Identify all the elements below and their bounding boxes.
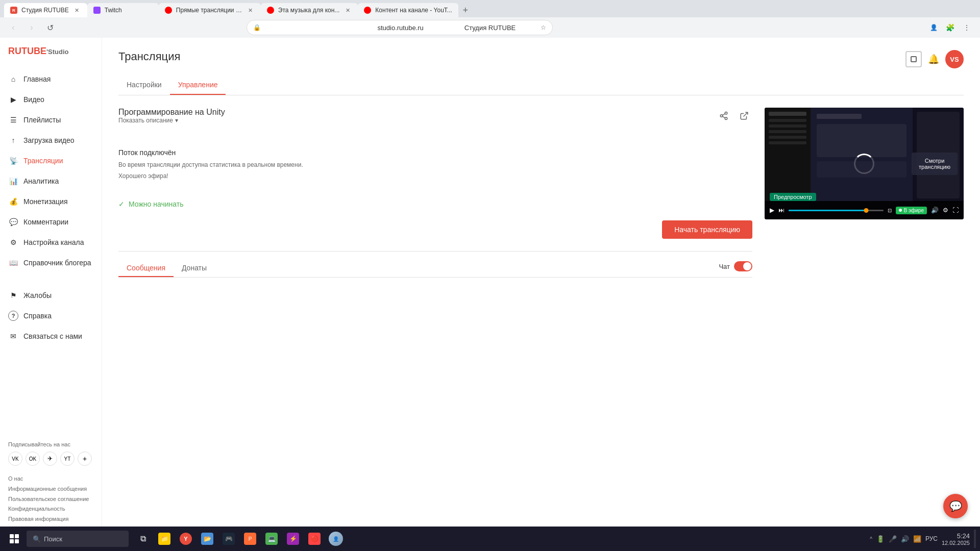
taskview-button[interactable]: ⧉ <box>133 529 153 549</box>
show-desc-text: Показать описание <box>118 117 173 124</box>
sidebar-item-help[interactable]: ? Справка <box>0 306 102 326</box>
sidebar-item-broadcasts[interactable]: 📡 Трансляции <box>0 151 102 171</box>
footer-link-legal[interactable]: Правовая информация <box>8 514 93 524</box>
footer-link-terms[interactable]: Пользовательское соглашение <box>8 494 93 505</box>
video-progress-dot <box>864 208 869 213</box>
start-button-taskbar[interactable] <box>4 529 24 549</box>
footer-link-about[interactable]: О нас <box>8 474 93 484</box>
content-area: Программирование на Unity Показать описа… <box>118 108 964 286</box>
tab-close-yt2[interactable]: ✕ <box>344 6 352 14</box>
toolbar-title: Студия RUTUBE <box>464 24 516 32</box>
watch-stream-button[interactable]: Смотритрансляцию <box>912 153 958 175</box>
new-tab-button[interactable]: + <box>458 3 473 17</box>
sidebar: RUTUBE'Studio ⌂ Главная ▶ Видео ☰ Плейли… <box>0 38 102 551</box>
video-settings-icon[interactable]: ⚙ <box>943 207 948 214</box>
sidebar-item-playlists[interactable]: ☰ Плейлисты <box>0 110 102 130</box>
sidebar-item-home[interactable]: ⌂ Главная <box>0 69 102 89</box>
sidebar-label-blogger-help: Справочник блогера <box>23 259 91 267</box>
sidebar-item-channel-settings[interactable]: ⚙ Настройка канала <box>0 232 102 253</box>
taskbar-search[interactable]: 🔍 Поиск <box>27 531 129 547</box>
stream-action-icons <box>716 108 752 124</box>
browser-tab-rutube-studio[interactable]: R Студия RUTUBE ✕ <box>4 3 87 17</box>
tray-network-icon[interactable]: 📶 <box>913 535 921 543</box>
pip-icon[interactable]: ⊡ <box>888 208 892 213</box>
sidebar-item-blogger-help[interactable]: 📖 Справочник блогера <box>0 253 102 273</box>
video-progress-fill <box>789 210 866 211</box>
show-desktop-button[interactable] <box>974 530 976 548</box>
sidebar-item-analytics[interactable]: 📊 Аналитика <box>0 171 102 191</box>
extensions-icon[interactable]: 🧩 <box>943 20 958 35</box>
share-icon[interactable] <box>716 108 732 124</box>
video-controls-bar: ▶ ⏭ ⊡ В эфире <box>765 201 964 219</box>
profile-icon[interactable]: 👤 <box>927 20 941 35</box>
taskbar-app-2[interactable]: 💻 <box>261 529 282 549</box>
sidebar-item-monetization[interactable]: 💰 Монетизация <box>0 191 102 212</box>
notification-bell[interactable]: 🔔 <box>928 54 939 65</box>
browser-settings-icon[interactable]: ⋮ <box>960 20 974 35</box>
tray-arrow-icon[interactable]: ^ <box>870 536 872 542</box>
tab-settings[interactable]: Настройки <box>118 76 170 95</box>
record-button[interactable] <box>905 51 922 67</box>
tab-messages[interactable]: Сообщения <box>118 260 174 277</box>
checkmark-icon: ✓ <box>118 200 125 208</box>
taskbar-user-avatar[interactable]: 👤 <box>326 529 346 549</box>
external-link-icon[interactable] <box>736 108 752 124</box>
sidebar-item-video[interactable]: ▶ Видео <box>0 89 102 110</box>
volume-icon[interactable]: 🔊 <box>931 207 939 214</box>
stream-connected-status: Поток подключён <box>118 148 752 157</box>
taskbar-app-4[interactable]: 🔴 <box>304 529 325 549</box>
sidebar-item-upload[interactable]: ↑ Загрузка видео <box>0 130 102 151</box>
fullscreen-icon[interactable]: ⛶ <box>952 207 959 214</box>
browser-tab-yt1[interactable]: Прямые трансляции - Yo... ✕ <box>159 3 261 17</box>
taskbar-app-steam[interactable]: 🎮 <box>218 529 239 549</box>
svg-rect-9 <box>15 539 19 543</box>
messages-section: Сообщения Донаты Чат <box>118 251 752 278</box>
telegram-icon[interactable]: ✈ <box>43 452 57 466</box>
vk-icon[interactable]: VK <box>8 452 22 466</box>
tab-close-yt1[interactable]: ✕ <box>247 6 255 14</box>
tray-volume-icon[interactable]: 🔊 <box>901 535 909 543</box>
next-button[interactable]: ⏭ <box>778 207 785 214</box>
more-social-icon[interactable]: + <box>78 452 92 466</box>
taskbar-lang[interactable]: РУС <box>925 535 938 542</box>
refresh-button[interactable]: ↺ <box>43 20 57 35</box>
tab-close-rutube[interactable]: ✕ <box>73 6 81 14</box>
broadcasts-icon: 📡 <box>8 156 18 166</box>
sidebar-item-comments[interactable]: 💬 Комментарии <box>0 212 102 232</box>
stream-title: Программирование на Unity <box>118 108 225 117</box>
show-description[interactable]: Показать описание ▾ <box>118 117 225 124</box>
footer-link-info[interactable]: Информационные сообщения <box>8 484 93 494</box>
taskbar-app-1[interactable]: P <box>240 529 260 549</box>
youtube-icon[interactable]: YT <box>60 452 75 466</box>
help-icon: ? <box>8 311 18 321</box>
forward-button[interactable]: › <box>24 20 39 35</box>
taskbar-app-files[interactable]: 📂 <box>197 529 217 549</box>
taskbar-clock[interactable]: 5:24 12.02.2025 <box>942 532 970 546</box>
chat-toggle-switch[interactable] <box>734 261 752 271</box>
browser-tab-yt3[interactable]: Контент на канале - YouT... <box>358 3 458 17</box>
play-button[interactable]: ▶ <box>770 207 774 214</box>
back-button[interactable]: ‹ <box>6 20 20 35</box>
taskbar-app-explorer[interactable]: 📁 <box>154 529 175 549</box>
taskbar-app-browser[interactable]: Y <box>176 529 196 549</box>
sidebar-logo[interactable]: RUTUBE'Studio <box>0 46 102 69</box>
sidebar-item-contact[interactable]: ✉ Связаться с нами <box>0 326 102 346</box>
tray-mic-icon[interactable]: 🎤 <box>889 535 897 543</box>
contact-icon: ✉ <box>8 331 18 341</box>
tab-donations[interactable]: Донаты <box>174 260 215 277</box>
sidebar-label-upload: Загрузка видео <box>23 136 75 144</box>
ok-icon[interactable]: OK <box>26 452 40 466</box>
video-progress-bar[interactable] <box>789 210 884 211</box>
svg-point-0 <box>725 112 727 115</box>
taskbar-app-3[interactable]: ⚡ <box>283 529 303 549</box>
tab-control[interactable]: Управление <box>170 76 226 95</box>
avatar[interactable]: VS <box>945 50 964 68</box>
sidebar-item-complaints[interactable]: ⚑ Жалобы <box>0 285 102 306</box>
footer-link-privacy[interactable]: Конфиденциальность <box>8 504 93 514</box>
browser-tab-twitch[interactable]: Twitch <box>87 3 159 17</box>
chat-fab-button[interactable]: 💬 <box>943 494 968 518</box>
browser-tab-yt2[interactable]: Эта музыка для кон... ✕ <box>261 3 358 17</box>
sidebar-label-contact: Связаться с нами <box>23 332 82 340</box>
start-stream-button[interactable]: Начать трансляцию <box>662 220 752 239</box>
home-icon: ⌂ <box>8 74 18 84</box>
